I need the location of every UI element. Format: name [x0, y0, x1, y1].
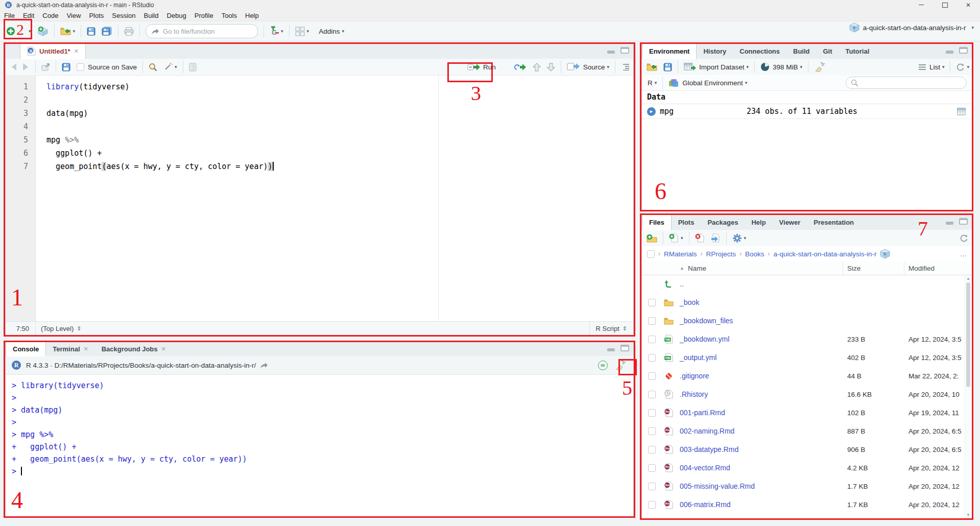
compile-report-button[interactable]: [187, 60, 198, 74]
file-name[interactable]: _bookdown_files: [680, 317, 733, 325]
menu-edit[interactable]: Edit: [19, 12, 38, 19]
minimize-pane-icon[interactable]: [945, 47, 954, 54]
window-minimize-button[interactable]: [910, 0, 933, 10]
file-row[interactable]: Rmd: [642, 514, 972, 519]
file-row[interactable]: .gitignore44 BMar 22, 2024, 2:: [642, 367, 972, 385]
tab-terminal[interactable]: Terminal✕: [46, 342, 94, 356]
save-button[interactable]: [85, 24, 97, 38]
rename-file-button[interactable]: [709, 231, 722, 245]
file-row[interactable]: Rmd004-vector.Rmd4.2 KBApr 20, 2024, 12: [642, 459, 972, 477]
file-name[interactable]: _output.yml: [680, 353, 716, 362]
scope-selector[interactable]: (Top Level) ⇕: [36, 325, 87, 332]
maximize-pane-icon[interactable]: [959, 218, 968, 225]
new-project-button[interactable]: [36, 24, 50, 38]
file-checkbox[interactable]: [648, 299, 656, 306]
minimize-pane-icon[interactable]: [945, 219, 954, 225]
column-modified[interactable]: Modified: [909, 265, 935, 272]
tab-untitled1[interactable]: R Untitled1* ✕: [20, 43, 86, 59]
file-name[interactable]: .gitignore: [680, 372, 709, 380]
file-name[interactable]: 001-parti.Rmd: [680, 409, 725, 417]
tab-environment[interactable]: Environment: [642, 43, 697, 59]
menu-build[interactable]: Build: [140, 12, 163, 19]
tab-help[interactable]: Help: [745, 214, 772, 230]
file-row[interactable]: Rmd001-parti.Rmd102 BApr 19, 2024, 11: [642, 403, 972, 422]
forward-button[interactable]: [21, 60, 31, 74]
maximize-pane-icon[interactable]: [959, 47, 968, 54]
file-checkbox[interactable]: [648, 446, 656, 453]
refresh-environment-button[interactable]: ▾: [954, 60, 971, 74]
save-workspace-button[interactable]: [662, 60, 674, 74]
run-previous-button[interactable]: [531, 60, 542, 74]
close-tab-icon[interactable]: ✕: [161, 346, 166, 352]
file-row[interactable]: Rmd003-datatype.Rmd906 BApr 20, 2024, 6:…: [642, 440, 972, 459]
new-blank-file-button[interactable]: ▾: [667, 231, 685, 245]
list-view-button[interactable]: List ▾: [917, 60, 946, 74]
tab-build[interactable]: Build: [786, 43, 817, 59]
file-checkbox[interactable]: [648, 391, 656, 398]
environment-search-input[interactable]: [846, 77, 967, 89]
menu-help[interactable]: Help: [241, 12, 263, 19]
file-name[interactable]: 006-matrix.Rmd: [680, 500, 731, 509]
file-name[interactable]: 003-datatype.Rmd: [680, 445, 738, 453]
column-size[interactable]: Size: [847, 265, 861, 272]
file-type-selector[interactable]: R Script ⇕: [589, 322, 633, 335]
maximize-pane-icon[interactable]: [620, 47, 629, 54]
popout-button[interactable]: [40, 60, 52, 74]
run-button[interactable]: Run: [464, 62, 499, 72]
menu-profile[interactable]: Profile: [190, 12, 218, 19]
menu-file[interactable]: File: [0, 12, 19, 19]
addins-button[interactable]: Addins ▾: [317, 24, 346, 38]
file-row[interactable]: ..: [642, 275, 972, 293]
breadcrumb-segment[interactable]: RProjects: [706, 250, 736, 258]
run-next-button[interactable]: [545, 60, 557, 74]
menu-session[interactable]: Session: [108, 12, 139, 19]
version-control-button[interactable]: G ▾: [268, 24, 285, 38]
document-outline-button[interactable]: [619, 60, 631, 74]
load-workspace-button[interactable]: [645, 60, 659, 74]
file-name[interactable]: _book: [680, 298, 699, 306]
tab-console[interactable]: Console: [6, 342, 46, 356]
back-button[interactable]: [9, 60, 18, 74]
tab-connections[interactable]: Connections: [733, 43, 786, 59]
close-tab-icon[interactable]: ✕: [74, 48, 79, 55]
project-selector[interactable]: R a-quick-start-on-data-analysis-in-r ▾: [849, 22, 974, 33]
code-editor[interactable]: 1library(tidyverse)23data(mpg)45mpg %>%6…: [6, 75, 633, 322]
source-button[interactable]: Source ▾: [565, 60, 611, 74]
file-row[interactable]: YML_bookdown.yml233 BApr 12, 2024, 3:5: [642, 330, 972, 348]
goto-file-function-input[interactable]: Go to file/function: [146, 24, 258, 38]
tab-viewer[interactable]: Viewer: [773, 214, 807, 230]
environment-object-row[interactable]: ▶mpg234 obs. of 11 variables: [642, 104, 972, 119]
language-selector[interactable]: R ▾: [646, 76, 658, 90]
file-row[interactable]: Rmd006-matrix.Rmd1.7 KBApr 20, 2024, 12: [642, 495, 972, 514]
breadcrumb-ellipsis[interactable]: …: [960, 250, 967, 258]
minimize-pane-icon[interactable]: [607, 47, 615, 54]
tab-tutorial[interactable]: Tutorial: [839, 43, 876, 59]
file-name[interactable]: 005-missing-value.Rmd: [680, 482, 755, 490]
menu-view[interactable]: View: [62, 12, 85, 19]
open-file-button[interactable]: ▾: [59, 24, 77, 38]
rerun-button[interactable]: [512, 60, 528, 74]
file-checkbox[interactable]: [648, 372, 656, 380]
window-close-button[interactable]: ✕: [957, 0, 980, 10]
find-replace-button[interactable]: [147, 60, 159, 74]
tab-packages[interactable]: Packages: [701, 214, 745, 230]
save-source-button[interactable]: [60, 60, 72, 74]
view-table-icon[interactable]: [957, 108, 966, 115]
file-row[interactable]: _book: [642, 293, 972, 312]
column-name[interactable]: ▲ Name: [642, 265, 706, 272]
scrollbar-thumb[interactable]: [966, 282, 970, 387]
source-on-save-checkbox[interactable]: Source on Save: [75, 60, 138, 74]
tab-history[interactable]: History: [697, 43, 733, 59]
file-checkbox[interactable]: [648, 409, 656, 417]
tab-background-jobs[interactable]: Background Jobs✕: [95, 342, 173, 356]
menu-debug[interactable]: Debug: [162, 12, 190, 19]
environment-scope-selector[interactable]: Global Environment ▾: [667, 76, 749, 90]
file-row[interactable]: .Rhistory16.6 KBApr 20, 2024, 10: [642, 385, 972, 403]
refresh-files-button[interactable]: [958, 231, 970, 245]
file-checkbox[interactable]: [648, 483, 656, 490]
tab-git[interactable]: Git: [817, 43, 839, 59]
tab-presentation[interactable]: Presentation: [807, 214, 861, 230]
file-name[interactable]: .Rhistory: [680, 390, 708, 398]
file-checkbox[interactable]: [648, 464, 656, 472]
breadcrumb-segment[interactable]: Books: [745, 250, 764, 258]
